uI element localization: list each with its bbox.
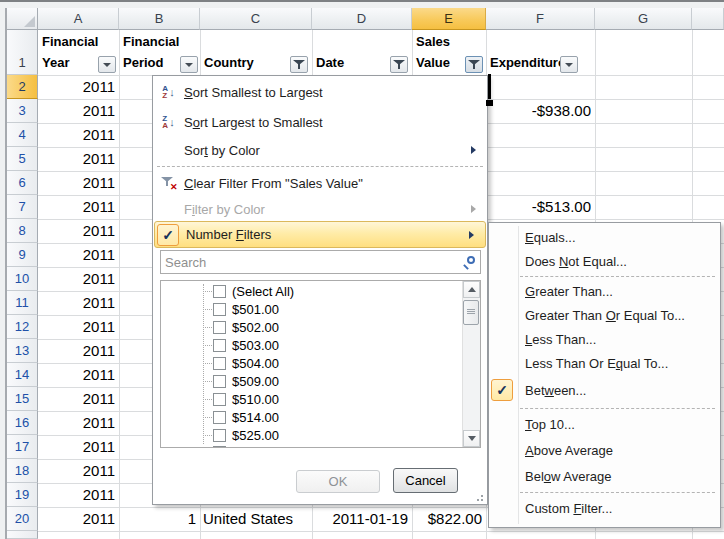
cell-a-13[interactable]: 2011 — [41, 339, 115, 363]
dropdown-arrow-button-a[interactable] — [98, 56, 116, 73]
row-header-1[interactable]: 1 — [7, 30, 38, 75]
fill-handle[interactable] — [486, 100, 493, 106]
menu-item-sort-by-color[interactable]: Sort by Color — [153, 137, 487, 163]
cell-c-20[interactable]: United States — [203, 507, 308, 531]
row-header-3[interactable]: 3 — [7, 99, 38, 123]
value-item-501-00[interactable]: $501.00 — [161, 301, 480, 319]
submenu-item-between[interactable]: Between...✓ — [489, 375, 720, 405]
cell-b-20[interactable]: 1 — [122, 507, 196, 531]
cell-f-3[interactable]: -$938.00 — [489, 99, 591, 123]
cancel-button[interactable]: Cancel — [393, 468, 458, 493]
value-item-514-00[interactable]: $514.00 — [161, 408, 480, 426]
menu-item-sort-largest-to-smallest[interactable]: ZA↓Sort Largest to Smallest — [153, 107, 487, 137]
submenu-item-less-than[interactable]: Less Than... — [489, 327, 720, 351]
row-header-20[interactable]: 20 — [7, 507, 38, 531]
value-item-504-00[interactable]: $504.00 — [161, 355, 480, 373]
submenu-item-below-average[interactable]: Below Average — [489, 463, 720, 489]
cell-a-12[interactable]: 2011 — [41, 315, 115, 339]
row-header-9[interactable]: 9 — [7, 243, 38, 267]
cell-a-4[interactable]: 2011 — [41, 123, 115, 147]
dropdown-arrow-button-f[interactable] — [560, 56, 578, 73]
search-input[interactable] — [161, 251, 480, 273]
cell-a-2[interactable]: 2011 — [41, 75, 115, 99]
cell-a-15[interactable]: 2011 — [41, 387, 115, 411]
row-header-4[interactable]: 4 — [7, 123, 38, 147]
value-item-510-00[interactable]: $510.00 — [161, 390, 480, 408]
menu-item-filter-by-color[interactable]: Filter by Color — [153, 197, 487, 221]
checkbox-icon[interactable] — [213, 339, 226, 352]
filter-funnel-button-d[interactable] — [390, 56, 408, 73]
row-header-11[interactable]: 11 — [7, 291, 38, 315]
column-header-g[interactable]: G — [595, 8, 692, 30]
checkbox-icon[interactable] — [213, 429, 226, 442]
ok-button[interactable]: OK — [296, 470, 380, 493]
row-header-13[interactable]: 13 — [7, 339, 38, 363]
cell-a-16[interactable]: 2011 — [41, 411, 115, 435]
row-header-14[interactable]: 14 — [7, 363, 38, 387]
row-header-17[interactable]: 17 — [7, 435, 38, 459]
cell-a-19[interactable]: 2011 — [41, 483, 115, 507]
row-header-12[interactable]: 12 — [7, 315, 38, 339]
dropdown-arrow-button-b[interactable] — [180, 56, 198, 73]
row-header-15[interactable]: 15 — [7, 387, 38, 411]
checkbox-icon[interactable] — [213, 357, 226, 370]
submenu-item-equals[interactable]: Equals... — [489, 225, 720, 249]
cell-f-7[interactable]: -$513.00 — [489, 195, 591, 219]
checkbox-icon[interactable] — [213, 393, 226, 406]
filter-funnel-button-e[interactable] — [465, 56, 483, 73]
column-header-partial[interactable] — [692, 8, 724, 30]
resize-grip[interactable] — [472, 490, 484, 502]
submenu-item-custom-filter[interactable]: Custom Filter... — [489, 495, 720, 521]
checkbox-icon[interactable] — [213, 321, 226, 334]
cell-a-6[interactable]: 2011 — [41, 171, 115, 195]
row-header-6[interactable]: 6 — [7, 171, 38, 195]
cell-a-8[interactable]: 2011 — [41, 219, 115, 243]
row-header-16[interactable]: 16 — [7, 411, 38, 435]
row-header-18[interactable]: 18 — [7, 459, 38, 483]
cell-a-5[interactable]: 2011 — [41, 147, 115, 171]
cell-a-11[interactable]: 2011 — [41, 291, 115, 315]
cell-a-10[interactable]: 2011 — [41, 267, 115, 291]
value-item-503-00[interactable]: $503.00 — [161, 337, 480, 355]
submenu-item-above-average[interactable]: Above Average — [489, 437, 720, 463]
menu-item-number-filters[interactable]: Number Filters✓ — [154, 221, 486, 248]
value-item-select-all[interactable]: (Select All) — [161, 283, 480, 301]
cell-a-17[interactable]: 2011 — [41, 435, 115, 459]
submenu-item-less-than-or-equal-to[interactable]: Less Than Or Equal To... — [489, 351, 720, 375]
submenu-item-greater-than-or-equal-to[interactable]: Greater Than Or Equal To... — [489, 303, 720, 327]
submenu-item-greater-than[interactable]: Greater Than... — [489, 279, 720, 303]
column-header-e[interactable]: E — [412, 8, 486, 30]
cell-d-20[interactable]: 2011-01-19 — [315, 507, 408, 531]
submenu-item-does-not-equal[interactable]: Does Not Equal... — [489, 249, 720, 273]
column-header-d[interactable]: D — [312, 8, 412, 30]
checkbox-icon[interactable] — [213, 375, 226, 388]
row-header-5[interactable]: 5 — [7, 147, 38, 171]
row-header-19[interactable]: 19 — [7, 483, 38, 507]
column-header-b[interactable]: B — [119, 8, 200, 30]
cell-a-18[interactable]: 2011 — [41, 459, 115, 483]
row-header-partial[interactable] — [7, 531, 38, 539]
cell-e-20[interactable]: $822.00 — [415, 507, 482, 531]
value-item-525-00[interactable]: $525.00 — [161, 426, 480, 444]
row-header-10[interactable]: 10 — [7, 267, 38, 291]
column-header-f[interactable]: F — [486, 8, 595, 30]
column-header-a[interactable]: A — [38, 8, 119, 30]
cell-a-20[interactable]: 2011 — [41, 507, 115, 531]
menu-item-sort-smallest-to-largest[interactable]: AZ↓Sort Smallest to Largest — [153, 77, 487, 107]
row-header-8[interactable]: 8 — [7, 219, 38, 243]
menu-item-clear-filter-from-sales-value[interactable]: ✕Clear Filter From "Sales Value" — [153, 169, 487, 197]
checkbox-icon[interactable] — [213, 303, 226, 316]
cell-a-3[interactable]: 2011 — [41, 99, 115, 123]
submenu-item-top-10[interactable]: Top 10... — [489, 411, 720, 437]
column-header-c[interactable]: C — [200, 8, 312, 30]
value-item-502-00[interactable]: $502.00 — [161, 319, 480, 337]
checkbox-icon[interactable] — [213, 285, 226, 298]
cell-a-7[interactable]: 2011 — [41, 195, 115, 219]
checkbox-icon[interactable] — [213, 411, 226, 424]
row-header-2[interactable]: 2 — [7, 75, 38, 99]
cell-a-9[interactable]: 2011 — [41, 243, 115, 267]
filter-funnel-button-c[interactable] — [290, 56, 308, 73]
cell-a-14[interactable]: 2011 — [41, 363, 115, 387]
value-item-509-00[interactable]: $509.00 — [161, 372, 480, 390]
row-header-7[interactable]: 7 — [7, 195, 38, 219]
